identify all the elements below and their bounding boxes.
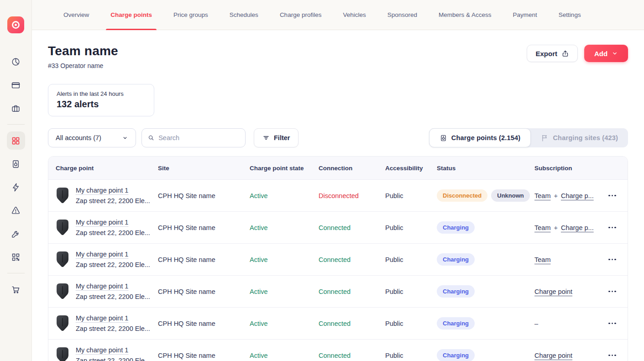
charge-point-name-link[interactable]: My charge point 1 bbox=[76, 283, 128, 291]
charge-point-address: Zap street 22, 2200 Ele... bbox=[76, 293, 150, 300]
column-header-accessibility: Accessibility bbox=[385, 165, 437, 172]
status-badge: Charging bbox=[437, 349, 475, 361]
charge-points-table: Charge point Site Charge point state Con… bbox=[48, 156, 628, 361]
column-header-charge-point: Charge point bbox=[56, 165, 158, 172]
tab-vehicles[interactable]: Vehicles bbox=[343, 0, 366, 30]
sidebar-item-payments[interactable] bbox=[7, 76, 25, 94]
charge-point-name-link[interactable]: My charge point 1 bbox=[76, 314, 128, 323]
state-cell: Active bbox=[250, 288, 319, 295]
tab-sponsored[interactable]: Sponsored bbox=[387, 0, 417, 30]
charge-point-address: Zap street 22, 2200 Ele... bbox=[76, 197, 150, 204]
charge-point-address: Zap street 22, 2200 Ele... bbox=[76, 229, 150, 236]
charge-point-name-link[interactable]: My charge point 1 bbox=[76, 251, 128, 259]
credit-card-icon bbox=[11, 80, 21, 90]
charge-point-device-icon bbox=[56, 283, 69, 301]
tab-payment[interactable]: Payment bbox=[513, 0, 537, 30]
tab-schedules[interactable]: Schedules bbox=[230, 0, 258, 30]
accessibility-cell: Public bbox=[385, 256, 437, 263]
export-button-label: Export bbox=[535, 50, 557, 58]
sidebar-item-alerts[interactable] bbox=[7, 201, 25, 220]
tab-overview[interactable]: Overview bbox=[63, 0, 89, 30]
sidebar-item-charge-points[interactable] bbox=[7, 155, 25, 173]
tab-price-groups[interactable]: Price groups bbox=[173, 0, 208, 30]
subscription-link[interactable]: Team bbox=[534, 192, 550, 199]
row-menu-button[interactable] bbox=[607, 224, 628, 231]
apps-grid-icon bbox=[11, 136, 21, 146]
alerts-summary-card[interactable]: Alerts in the last 24 hours 132 alerts bbox=[48, 84, 154, 116]
charge-point-device-icon bbox=[56, 219, 69, 237]
column-header-site: Site bbox=[158, 165, 250, 172]
charge-point-name-link[interactable]: My charge point 1 bbox=[76, 187, 128, 195]
page-title: Team name bbox=[48, 44, 118, 58]
column-header-connection: Connection bbox=[319, 165, 385, 172]
charge-point-address: Zap street 22, 2200 Ele... bbox=[76, 325, 150, 332]
site-cell: CPH HQ Site name bbox=[158, 320, 250, 327]
status-badge: Charging bbox=[437, 253, 475, 266]
status-badge: Charging bbox=[437, 221, 475, 234]
tab-members-access[interactable]: Members & Access bbox=[439, 0, 492, 30]
search-input[interactable] bbox=[158, 134, 239, 141]
connection-cell: Connected bbox=[319, 288, 385, 295]
filter-icon bbox=[262, 134, 270, 141]
table-row: My charge point 1 Zap street 22, 2200 El… bbox=[48, 275, 628, 307]
add-button[interactable]: Add bbox=[584, 45, 628, 62]
table-row: My charge point 1 Zap street 22, 2200 El… bbox=[48, 211, 628, 243]
toggle-charge-points-label: Charge points (2.154) bbox=[451, 134, 521, 141]
toggle-charge-points[interactable]: Charge points (2.154) bbox=[429, 128, 531, 147]
subscription-separator: + bbox=[554, 192, 557, 199]
toggle-charging-sites[interactable]: Charging sites (423) bbox=[531, 128, 628, 147]
subscription-link[interactable]: Charge p... bbox=[561, 192, 594, 199]
table-row: My charge point 1 Zap street 22, 2200 El… bbox=[48, 179, 628, 211]
subscription-link[interactable]: Team bbox=[534, 256, 550, 263]
subscription-link[interactable]: Charge point bbox=[534, 288, 572, 295]
upload-icon bbox=[561, 50, 569, 58]
sidebar-item-qr[interactable] bbox=[7, 248, 25, 266]
sidebar-item-apps[interactable] bbox=[7, 131, 25, 150]
subscription-link[interactable]: Charge point bbox=[534, 352, 572, 359]
search-field bbox=[141, 128, 246, 147]
accessibility-cell: Public bbox=[385, 288, 437, 295]
accessibility-cell: Public bbox=[385, 224, 437, 231]
sidebar-item-shop[interactable] bbox=[7, 280, 25, 298]
row-menu-button[interactable] bbox=[607, 320, 628, 327]
filter-button-label: Filter bbox=[274, 134, 290, 141]
page-subtitle: #33 Operator name bbox=[48, 62, 118, 69]
subscription-separator: + bbox=[554, 224, 557, 231]
state-cell: Active bbox=[250, 224, 319, 231]
subscription-link[interactable]: Charge p... bbox=[561, 224, 594, 231]
tab-charge-profiles[interactable]: Charge profiles bbox=[280, 0, 322, 30]
charge-point-device-icon bbox=[56, 187, 69, 205]
site-cell: CPH HQ Site name bbox=[158, 288, 250, 295]
charge-point-name-link[interactable]: My charge point 1 bbox=[76, 219, 128, 227]
pie-chart-icon bbox=[11, 57, 21, 67]
connection-cell: Disconnected bbox=[319, 192, 385, 199]
site-cell: CPH HQ Site name bbox=[158, 352, 250, 359]
charge-point-device-icon bbox=[56, 314, 69, 333]
accounts-filter-dropdown[interactable]: All accounts (7) bbox=[48, 128, 136, 147]
sidebar-item-business[interactable] bbox=[7, 99, 25, 117]
charge-point-name-link[interactable]: My charge point 1 bbox=[76, 346, 128, 355]
brand-logo[interactable] bbox=[7, 16, 24, 33]
connection-cell: Connected bbox=[319, 320, 385, 327]
sidebar-item-analytics[interactable] bbox=[7, 52, 25, 71]
row-menu-button[interactable] bbox=[607, 256, 628, 263]
row-menu-button[interactable] bbox=[607, 192, 628, 199]
site-cell: CPH HQ Site name bbox=[158, 192, 250, 199]
connection-cell: Connected bbox=[319, 224, 385, 231]
status-badge: Charging bbox=[437, 317, 475, 330]
lightning-icon bbox=[11, 183, 21, 192]
filter-button[interactable]: Filter bbox=[254, 128, 298, 147]
tab-settings[interactable]: Settings bbox=[559, 0, 581, 30]
tab-charge-points[interactable]: Charge points bbox=[110, 0, 152, 30]
charge-point-device-icon bbox=[56, 346, 69, 361]
row-menu-button[interactable] bbox=[607, 352, 628, 359]
row-menu-button[interactable] bbox=[607, 288, 628, 295]
subscription-link[interactable]: Team bbox=[534, 224, 550, 231]
charge-point-device-icon bbox=[56, 251, 69, 269]
export-button[interactable]: Export bbox=[527, 45, 578, 62]
sidebar-item-charging[interactable] bbox=[7, 178, 25, 196]
charge-point-icon bbox=[440, 134, 447, 142]
alerts-card-value: 132 alerts bbox=[57, 99, 146, 110]
table-row: My charge point 1 Zap street 22, 2200 El… bbox=[48, 243, 628, 275]
sidebar-item-maintenance[interactable] bbox=[7, 225, 25, 243]
